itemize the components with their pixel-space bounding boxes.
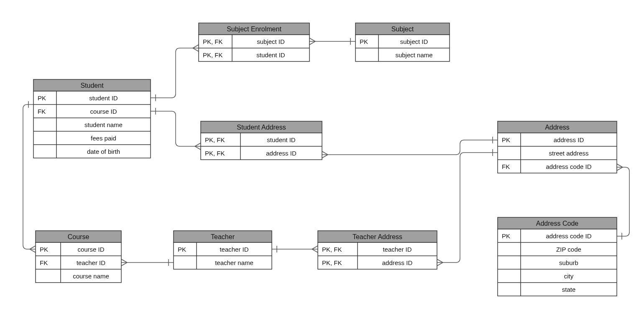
entity-key-cell: PK, FK: [203, 51, 223, 59]
entity-attr-cell: teacher name: [215, 259, 253, 266]
svg-line-15: [437, 263, 443, 266]
entity-attr-cell: state: [562, 286, 576, 293]
entity-attr-cell: teacher ID: [220, 246, 248, 253]
entity-key-cell: FK: [40, 259, 48, 266]
entity-title: Student Address: [237, 124, 286, 131]
entity-key-cell: PK: [178, 246, 186, 253]
entity-attr-cell: address ID: [554, 136, 584, 143]
entity-attr-cell: course name: [73, 273, 109, 280]
entity-attr-cell: ZIP code: [556, 246, 581, 253]
entity-subject: SubjectPKsubject IDsubject name: [355, 23, 450, 61]
entity-student-address: Student AddressPK, FKstudent IDPK, FKadd…: [201, 121, 322, 160]
entity-title: Address Code: [536, 220, 578, 227]
entity-title: Teacher Address: [353, 233, 402, 240]
entity-title: Subject: [391, 25, 414, 33]
entity-key-cell: PK, FK: [322, 246, 342, 253]
svg-line-16: [617, 164, 623, 167]
entity-title: Address: [545, 124, 570, 131]
entity-layer: StudentPKstudent IDFKcourse IDstudent na…: [33, 23, 617, 296]
connector-course-to-teacher: [121, 259, 174, 266]
entity-key-cell: PK, FK: [205, 150, 225, 157]
entity-key-cell: PK: [360, 38, 368, 45]
entity-attr-cell: city: [564, 273, 574, 280]
entity-attr-cell: teacher ID: [77, 259, 105, 266]
connector-subject-enrolment-to-subject: [309, 38, 355, 45]
connector-student-to-student-address: [151, 108, 201, 150]
entity-key-cell: FK: [502, 163, 510, 170]
entity-title: Course: [68, 233, 89, 240]
entity-key-cell: PK: [38, 94, 46, 102]
entity-teacher: TeacherPKteacher IDteacher name: [174, 231, 272, 269]
svg-line-17: [617, 167, 623, 171]
svg-line-8: [30, 249, 36, 252]
entity-key-cell: FK: [38, 108, 46, 115]
entity-attr-cell: student ID: [267, 136, 296, 143]
entity-attr-cell: address ID: [382, 259, 413, 266]
entity-address-code: Address CodePKaddress code IDZIP codesub…: [498, 217, 617, 296]
entity-attr-cell: date of birth: [87, 148, 120, 155]
entity-key-cell: PK, FK: [205, 136, 225, 143]
entity-attr-cell: student ID: [89, 94, 118, 102]
entity-key-cell: PK, FK: [322, 259, 342, 266]
entity-attr-cell: address code ID: [546, 163, 591, 170]
entity-address: AddressPKaddress IDstreet addressFKaddre…: [498, 121, 617, 173]
entity-key-cell: PK: [502, 232, 510, 240]
connector-student-to-subject-enrolment: [151, 45, 199, 101]
connector-teacher-address-to-address: [437, 149, 498, 266]
entity-teacher-address: Teacher AddressPK, FKteacher IDPK, FKadd…: [318, 231, 437, 269]
svg-line-0: [193, 48, 199, 51]
entity-attr-cell: fees paid: [91, 135, 116, 142]
entity-attr-cell: subject ID: [257, 38, 285, 45]
connector-teacher-to-teacher-address: [272, 246, 318, 252]
entity-attr-cell: student name: [84, 121, 123, 128]
entity-attr-cell: address code ID: [546, 232, 591, 240]
entity-title: Subject Enrolment: [227, 25, 281, 33]
svg-line-2: [309, 38, 315, 41]
entity-subject-enrolment: Subject EnrolmentPK, FKsubject IDPK, FKs…: [199, 23, 309, 61]
svg-line-11: [121, 263, 127, 266]
entity-attr-cell: suburb: [559, 259, 578, 266]
svg-line-13: [312, 246, 318, 249]
entity-attr-cell: subject name: [395, 51, 432, 59]
entity-attr-cell: subject ID: [400, 38, 428, 45]
er-diagram-canvas: StudentPKstudent IDFKcourse IDstudent na…: [0, 0, 644, 311]
entity-key-cell: PK, FK: [203, 38, 223, 45]
svg-line-14: [437, 259, 443, 263]
entity-attr-cell: course ID: [90, 108, 117, 115]
svg-line-3: [309, 41, 315, 45]
entity-attr-cell: street address: [549, 150, 588, 157]
connector-student-address-to-address: [322, 137, 498, 158]
entity-key-cell: PK: [40, 246, 48, 253]
entity-attr-cell: teacher ID: [383, 246, 411, 253]
entity-student: StudentPKstudent IDFKcourse IDstudent na…: [33, 79, 151, 158]
entity-title: Teacher: [211, 233, 235, 240]
entity-attr-cell: student ID: [256, 51, 285, 59]
svg-line-5: [195, 143, 201, 146]
svg-line-7: [322, 155, 328, 158]
entity-title: Student: [80, 82, 104, 89]
svg-line-12: [312, 249, 318, 252]
svg-line-1: [193, 45, 199, 48]
entity-course: CoursePKcourse IDFKteacher IDcourse name: [36, 231, 121, 283]
svg-line-6: [322, 151, 328, 155]
svg-line-4: [195, 146, 201, 150]
entity-attr-cell: course ID: [77, 246, 104, 253]
svg-line-10: [121, 259, 127, 263]
svg-line-9: [30, 246, 36, 249]
entity-attr-cell: address ID: [266, 150, 296, 157]
entity-key-cell: PK: [502, 136, 510, 143]
connector-address-to-address-code: [617, 164, 629, 240]
